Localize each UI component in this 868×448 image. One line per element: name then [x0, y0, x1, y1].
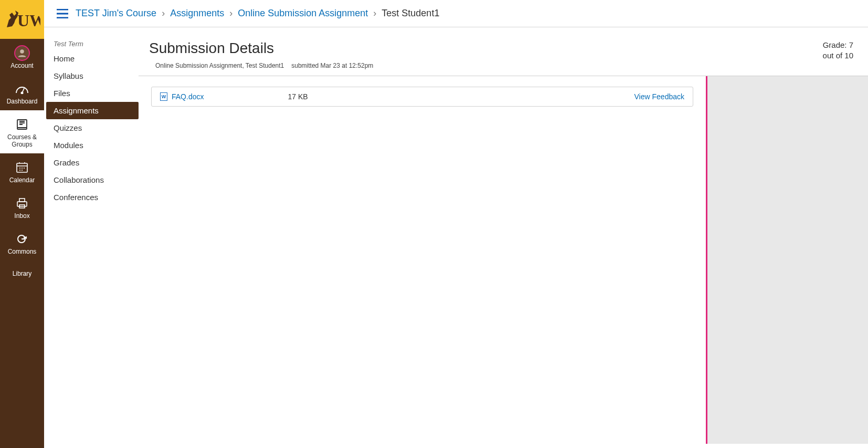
view-feedback-link[interactable]: View Feedback — [634, 92, 684, 101]
course-nav-files[interactable]: Files — [46, 85, 139, 102]
topbar: TEST Jim's Course › Assignments › Online… — [44, 0, 868, 27]
course-nav: Test Term Home Syllabus Files Assignment… — [44, 27, 139, 448]
svg-point-2 — [21, 92, 23, 93]
global-nav-courses[interactable]: Courses & Groups — [0, 110, 44, 153]
commons-share-icon — [0, 232, 44, 246]
global-nav-dashboard[interactable]: Dashboard — [0, 75, 44, 110]
global-nav-inbox[interactable]: Inbox — [0, 189, 44, 225]
account-avatar-icon — [0, 46, 44, 60]
page-title: Submission Details — [149, 40, 823, 57]
global-nav-account-label: Account — [0, 62, 44, 69]
courses-book-icon — [0, 118, 44, 131]
dashboard-gauge-icon — [0, 82, 44, 96]
breadcrumb-assignments[interactable]: Assignments — [170, 8, 224, 19]
chevron-right-icon: › — [373, 8, 376, 19]
global-nav-commons-label: Commons — [0, 248, 44, 255]
submission-file-link[interactable]: FAQ.docx — [172, 92, 204, 101]
course-menu-toggle-icon[interactable] — [57, 9, 68, 18]
course-nav-conferences[interactable]: Conferences — [46, 189, 139, 206]
global-nav-library[interactable]: Library — [0, 261, 44, 283]
grade-value: Grade: 7 — [823, 40, 853, 50]
global-nav: UW Account Dashboard — [0, 0, 44, 448]
uw-logo[interactable]: UW — [0, 0, 44, 39]
svg-rect-7 — [19, 199, 25, 202]
word-doc-icon — [160, 92, 167, 101]
grade-box: Grade: 7 out of 10 — [823, 40, 853, 61]
global-nav-dashboard-label: Dashboard — [0, 98, 44, 105]
svg-point-1 — [20, 49, 24, 54]
course-nav-modules[interactable]: Modules — [46, 137, 139, 154]
inbox-printer-icon — [0, 196, 44, 210]
main-area: TEST Jim's Course › Assignments › Online… — [44, 0, 868, 448]
course-nav-assignments[interactable]: Assignments — [46, 102, 139, 119]
course-nav-collaborations[interactable]: Collaborations — [46, 171, 139, 189]
svg-rect-4 — [17, 128, 27, 129]
breadcrumb: TEST Jim's Course › Assignments › Online… — [76, 8, 439, 19]
grade-outof: out of 10 — [823, 50, 853, 61]
global-nav-commons[interactable]: Commons — [0, 225, 44, 261]
breadcrumb-course[interactable]: TEST Jim's Course — [76, 8, 156, 19]
course-nav-grades[interactable]: Grades — [46, 154, 139, 171]
submission-file-size: 17 KB — [288, 92, 308, 101]
content: Submission Details Online Submission Ass… — [139, 27, 868, 448]
calendar-icon — [0, 161, 44, 174]
submission-meta-assignment: Online Submission Assignment, Test Stude… — [155, 62, 284, 69]
rubric-side-panel — [706, 76, 868, 444]
breadcrumb-current: Test Student1 — [382, 8, 439, 19]
breadcrumb-assignment[interactable]: Online Submission Assignment — [238, 8, 368, 19]
course-term: Test Term — [46, 40, 139, 50]
svg-rect-6 — [17, 202, 27, 206]
global-nav-courses-label: Courses & Groups — [0, 133, 44, 148]
course-nav-quizzes[interactable]: Quizzes — [46, 119, 139, 137]
global-nav-calendar-label: Calendar — [0, 176, 44, 184]
global-nav-inbox-label: Inbox — [0, 212, 44, 220]
course-nav-home[interactable]: Home — [46, 50, 139, 67]
global-nav-calendar[interactable]: Calendar — [0, 153, 44, 189]
course-nav-syllabus[interactable]: Syllabus — [46, 67, 139, 85]
chevron-right-icon: › — [162, 8, 165, 19]
submission-header: Submission Details Online Submission Ass… — [139, 40, 868, 76]
submission-meta-time: submitted Mar 23 at 12:52pm — [291, 62, 373, 69]
global-nav-account[interactable]: Account — [0, 39, 44, 75]
global-nav-library-label: Library — [0, 270, 44, 277]
chevron-right-icon: › — [229, 8, 232, 19]
svg-text:UW: UW — [17, 11, 40, 30]
submission-file-row: FAQ.docx 17 KB View Feedback — [151, 87, 693, 107]
